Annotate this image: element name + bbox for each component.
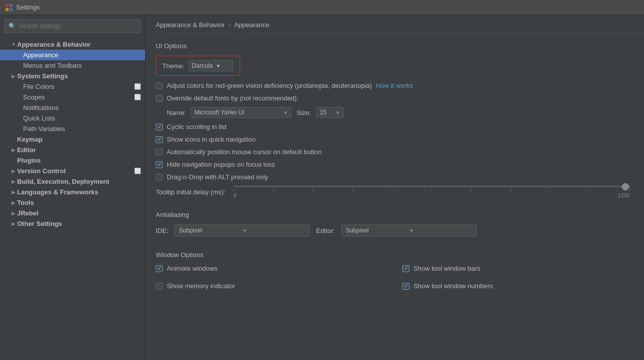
checkbox-row-adjust-colors: Adjust colors for red-green vision defic… (156, 82, 634, 89)
ui-options-title: UI Options (156, 42, 634, 50)
sidebar-item-tools[interactable]: Tools (0, 197, 145, 208)
font-options-row: Name: Microsoft YaHei UI ▼ Size: 15 ▼ (167, 107, 634, 118)
slider-max-label: 1200 (618, 192, 630, 198)
checkbox-label-show-icons: Show icons in quick navigation (167, 136, 256, 143)
sidebar-item-label: Quick Lists (23, 114, 141, 122)
arrow-icon (10, 220, 17, 227)
sidebar-tree: Appearance & Behavior Appearance Menus a… (0, 37, 145, 231)
sidebar-item-appearance[interactable]: Appearance (0, 50, 145, 60)
checkbox-row-show-tool-window-bars: Show tool window bars (402, 265, 634, 272)
tooltip-slider[interactable] (234, 186, 630, 187)
editor-antialiasing-value: Subpixel (346, 227, 409, 234)
font-size-label: Size: (296, 109, 311, 116)
sidebar-item-system-settings[interactable]: System Settings (0, 71, 145, 81)
sidebar-item-label: Other Settings (17, 220, 141, 227)
dropdown-arrow-icon: ▼ (283, 110, 288, 115)
checkbox-animate-windows[interactable] (156, 265, 163, 272)
font-name-dropdown[interactable]: Microsoft YaHei UI ▼ (191, 107, 291, 118)
sidebar-item-build-execution[interactable]: Build, Execution, Deployment (0, 176, 145, 187)
theme-row: Theme: Darcula ▼ (156, 56, 240, 76)
ide-antialiasing-dropdown[interactable]: Subpixel ▼ (174, 224, 310, 236)
checkbox-show-icons[interactable] (156, 136, 163, 143)
ui-options-section: UI Options Theme: Darcula ▼ Adjust color… (156, 42, 634, 198)
checkbox-row-auto-position-mouse: Automatically position mouse cursor on d… (156, 148, 634, 156)
window-options-grid: Animate windows Show tool window bars Sh… (156, 265, 634, 295)
sidebar-item-quick-lists[interactable]: Quick Lists (0, 113, 145, 124)
search-input[interactable] (19, 23, 137, 30)
sidebar-item-label: Tools (17, 199, 141, 206)
checkbox-adjust-colors[interactable] (156, 82, 163, 89)
checkbox-row-show-tool-window-numbers: Show tool window numbers (402, 282, 634, 290)
sidebar-item-other-settings[interactable]: Other Settings (0, 218, 145, 229)
sidebar-item-appearance-behavior[interactable]: Appearance & Behavior (0, 39, 145, 50)
sidebar-item-label: JRebel (17, 209, 141, 217)
arrow-icon (10, 168, 17, 175)
checkbox-row-cyclic-scrolling: Cyclic scrolling in list (156, 123, 634, 131)
sidebar: 🔍 Appearance & Behavior Appearance Menus… (0, 15, 146, 360)
checkbox-row-show-icons: Show icons in quick navigation (156, 136, 634, 143)
theme-dropdown[interactable]: Darcula ▼ (188, 60, 234, 71)
breadcrumb-part-1: Appearance & Behavior (156, 21, 225, 29)
sidebar-item-label: Languages & Frameworks (17, 188, 141, 196)
slider-min-label: 0 (234, 192, 237, 198)
how-it-works-link[interactable]: How it works (376, 82, 413, 89)
sidebar-item-label: Appearance (23, 51, 141, 59)
sidebar-item-plugins[interactable]: Plugins (0, 155, 145, 166)
sidebar-item-label: Path Variables (23, 125, 141, 133)
checkbox-label-show-tool-window-bars: Show tool window bars (413, 265, 480, 272)
content-area: Appearance & Behavior › Appearance UI Op… (146, 15, 644, 360)
arrow-icon (10, 147, 17, 154)
font-name-label: Name: (167, 109, 186, 116)
svg-rect-0 (6, 4, 9, 7)
dropdown-arrow-icon: ▼ (216, 63, 221, 69)
sidebar-item-file-colors[interactable]: File Colors ⬜ (0, 81, 145, 92)
checkbox-label-show-tool-window-numbers: Show tool window numbers (413, 282, 493, 290)
sidebar-item-languages-frameworks[interactable]: Languages & Frameworks (0, 187, 145, 197)
ide-label: IDE: (156, 227, 168, 234)
checkbox-label-adjust-colors: Adjust colors for red-green vision defic… (167, 82, 372, 89)
checkbox-row-animate-windows: Animate windows (156, 265, 387, 272)
checkbox-cyclic-scrolling[interactable] (156, 124, 163, 131)
dropdown-arrow-icon: ▼ (335, 110, 340, 115)
dropdown-arrow-icon: ▼ (409, 228, 472, 233)
svg-rect-2 (6, 8, 9, 11)
sidebar-item-notifications[interactable]: Notifications (0, 102, 145, 113)
checkbox-label-auto-position-mouse: Automatically position mouse cursor on d… (167, 148, 322, 156)
font-size-value: 15 (319, 109, 326, 116)
sidebar-item-path-variables[interactable]: Path Variables (0, 124, 145, 134)
checkbox-show-tool-window-numbers[interactable] (402, 283, 409, 290)
sidebar-item-menus-toolbars[interactable]: Menus and Toolbars (0, 60, 145, 71)
search-icon: 🔍 (9, 23, 16, 30)
font-size-dropdown[interactable]: 15 ▼ (316, 107, 344, 118)
editor-antialiasing-dropdown[interactable]: Subpixel ▼ (341, 224, 477, 236)
sidebar-item-label: System Settings (17, 72, 141, 80)
page-icon: ⬜ (134, 83, 141, 90)
arrow-icon (10, 210, 17, 217)
sidebar-item-label: Appearance & Behavior (17, 41, 141, 48)
sidebar-item-editor[interactable]: Editor (0, 145, 145, 155)
sidebar-item-keymap[interactable]: Keymap (0, 134, 145, 145)
search-box[interactable]: 🔍 (4, 19, 141, 33)
arrow-icon (10, 73, 17, 80)
checkbox-label-animate-windows: Animate windows (167, 265, 218, 272)
checkbox-show-tool-window-bars[interactable] (402, 265, 409, 272)
window-options-section: Window Options Animate windows Show tool… (156, 245, 634, 295)
checkbox-hide-navigation[interactable] (156, 161, 163, 168)
tooltip-delay-row: Tooltip initial delay (ms): (156, 186, 634, 198)
sidebar-item-version-control[interactable]: Version Control ⬜ (0, 166, 145, 176)
breadcrumb-current: Appearance (234, 21, 269, 29)
sidebar-item-label: Scopes (23, 93, 134, 101)
sidebar-item-jrebel[interactable]: JRebel (0, 208, 145, 218)
checkbox-label-cyclic-scrolling: Cyclic scrolling in list (167, 123, 227, 131)
arrow-icon (10, 189, 17, 196)
checkbox-override-fonts[interactable] (156, 95, 163, 102)
antialiasing-title: Antialiasing (156, 211, 634, 218)
checkbox-label-hide-navigation: Hide navigation popups on focus loss (167, 161, 275, 168)
checkbox-auto-position-mouse[interactable] (156, 149, 163, 156)
checkbox-show-memory-indicator[interactable] (156, 283, 163, 290)
sidebar-item-label: Editor (17, 146, 141, 154)
sidebar-item-scopes[interactable]: Scopes ⬜ (0, 92, 145, 102)
checkbox-drag-drop[interactable] (156, 174, 163, 181)
sidebar-item-label: Notifications (23, 104, 141, 111)
tooltip-delay-label: Tooltip initial delay (ms): (156, 188, 226, 196)
